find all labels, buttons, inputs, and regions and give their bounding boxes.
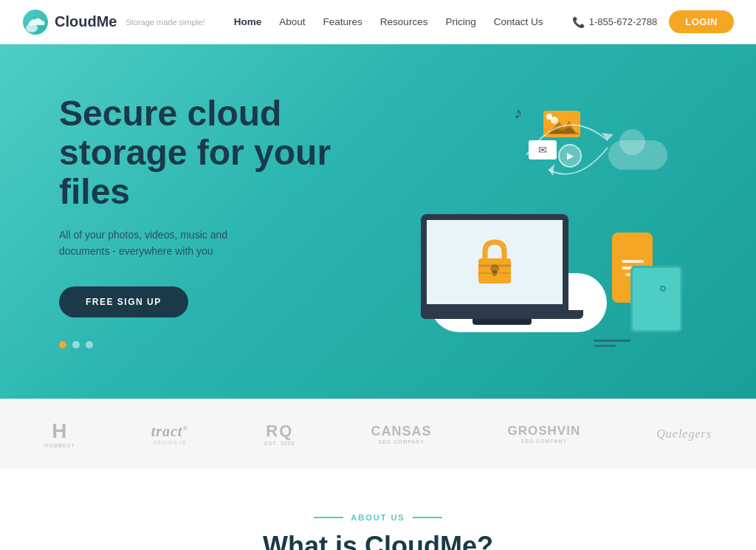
- laptop-stand: [472, 319, 532, 325]
- header: CloudMe Storage made simple! Home About …: [0, 0, 756, 44]
- laptop-illustration: [421, 214, 583, 325]
- dot-3[interactable]: [86, 341, 93, 348]
- nav-about[interactable]: About: [279, 16, 305, 27]
- tablet-body: [630, 266, 682, 332]
- main-nav: Home About Features Resources Pricing Co…: [234, 16, 543, 27]
- logo-tagline: Storage made simple!: [126, 18, 205, 27]
- svg-marker-6: [549, 164, 554, 176]
- phone-icon: 📞: [572, 16, 585, 28]
- signup-button[interactable]: FREE SIGN UP: [59, 286, 188, 317]
- hero-illustration: ♪ ✉ ▶: [340, 81, 697, 362]
- partner-logo-5: GROSHVIN SEO COMPANY: [508, 424, 581, 444]
- dot-1[interactable]: [59, 341, 66, 348]
- phone-line-1: [622, 260, 644, 263]
- nav-home[interactable]: Home: [234, 16, 262, 27]
- nav-features[interactable]: Features: [323, 16, 362, 27]
- about-section: ABOUT US What is CloudMe?: [0, 469, 756, 550]
- header-right: 📞 1-855-672-2788 LOGIN: [572, 10, 734, 33]
- nav-resources[interactable]: Resources: [380, 16, 428, 27]
- logo-name: CloudMe: [55, 13, 117, 30]
- tablet-button: [660, 286, 666, 292]
- partner-logo-3: RQ EST. 2006: [264, 422, 295, 446]
- partner-logo-2: tract® design.is: [151, 423, 189, 445]
- laptop-base: [421, 310, 583, 319]
- laptop-screen: [421, 214, 568, 310]
- logo-area: CloudMe Storage made simple!: [22, 9, 205, 35]
- partner-logo-6: Quelegers: [656, 427, 712, 441]
- phone-number: 1-855-672-2788: [589, 16, 658, 27]
- decorative-lines: [594, 340, 630, 347]
- lock-svg: [475, 238, 515, 286]
- about-title: What is CloudMe?: [59, 531, 697, 550]
- nav-pricing[interactable]: Pricing: [445, 16, 475, 27]
- hero-subtitle: All of your photos, videos, music and do…: [59, 227, 266, 260]
- hero-content: Secure cloud storage for your files All …: [59, 94, 340, 348]
- partner-logo-4: CANSAS SEO COMPANY: [371, 424, 432, 444]
- login-button[interactable]: LOGIN: [669, 10, 734, 33]
- slider-dots: [59, 341, 340, 348]
- phone-area: 📞 1-855-672-2788: [572, 16, 658, 28]
- dot-2[interactable]: [72, 341, 80, 348]
- logos-bar: H HOMBEST tract® design.is RQ EST. 2006 …: [0, 399, 756, 469]
- section-label: ABOUT US: [59, 513, 697, 522]
- hero-title: Secure cloud storage for your files: [59, 94, 340, 211]
- nav-contact[interactable]: Contact Us: [494, 16, 543, 27]
- partner-logo-1: H HOMBEST: [44, 419, 75, 448]
- logo-icon: [22, 9, 49, 35]
- hero-section: Secure cloud storage for your files All …: [0, 44, 756, 399]
- curve-arrows: [504, 96, 622, 214]
- tablet-illustration: [630, 266, 682, 332]
- svg-point-1: [26, 24, 38, 32]
